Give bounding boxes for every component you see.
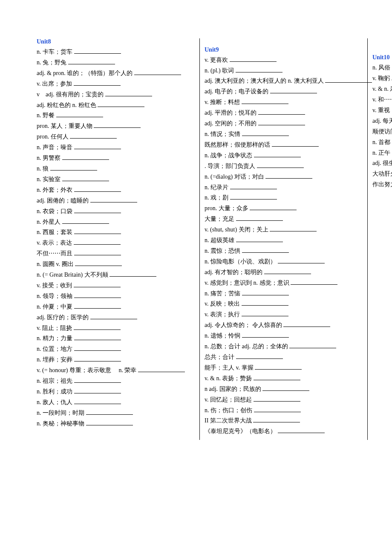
answer-blank[interactable]: [70, 132, 117, 139]
answer-blank[interactable]: [264, 268, 311, 274]
answer-blank[interactable]: [90, 313, 137, 319]
answer-blank[interactable]: [74, 334, 121, 340]
answer-blank[interactable]: [254, 374, 300, 380]
answer-blank[interactable]: [283, 321, 330, 327]
answer-blank[interactable]: [74, 376, 121, 383]
definition: 表演；执行: [210, 311, 240, 318]
definition: 战争；战争状态: [210, 152, 252, 159]
answer-blank[interactable]: [254, 406, 301, 412]
vocab-entry: n. (= Great Britain) 大不列颠: [37, 270, 194, 280]
answer-blank[interactable]: [62, 153, 109, 160]
answer-blank[interactable]: [74, 324, 121, 330]
answer-blank[interactable]: [253, 416, 300, 422]
definition: 很生气；疯的: [383, 160, 392, 166]
answer-blank[interactable]: [242, 331, 289, 338]
answer-blank[interactable]: [265, 172, 312, 179]
definition: 祖宗；祖先: [43, 378, 72, 384]
answer-blank[interactable]: [236, 214, 283, 221]
answer-blank[interactable]: [325, 76, 372, 83]
answer-blank[interactable]: [74, 302, 121, 309]
vocab-entry: 顺便访问；随便进入: [372, 127, 392, 137]
definition: 重视；珍视 n. 价值: [378, 107, 392, 113]
answer-blank[interactable]: [74, 344, 121, 351]
definition: 卡车；货车: [43, 49, 72, 55]
answer-blank[interactable]: [94, 121, 141, 128]
answer-blank[interactable]: [62, 217, 109, 224]
answer-blank[interactable]: [254, 151, 301, 157]
definition: 表扬；赞扬: [222, 375, 252, 382]
vocab-entry: . 导演；部门负责人: [205, 161, 362, 172]
answer-blank[interactable]: [110, 270, 156, 277]
vocab-entry: v. 回忆起；回想起: [205, 395, 362, 405]
answer-blank[interactable]: [75, 260, 122, 266]
answer-blank[interactable]: [74, 143, 121, 149]
answer-blank[interactable]: [50, 164, 97, 171]
vocab-entry: n. 战争；战争状态: [205, 150, 362, 161]
answer-blank[interactable]: [236, 236, 283, 242]
vocab-entry: n. 位置；地方: [37, 344, 194, 355]
part-of-speech: n.: [37, 59, 41, 66]
answer-blank[interactable]: [68, 58, 115, 64]
definition: 回忆起；回想起: [210, 396, 252, 403]
answer-blank[interactable]: [289, 342, 336, 348]
answer-blank[interactable]: [105, 90, 152, 96]
vocab-entry: 既然那样；假使那样的话: [205, 140, 362, 150]
answer-blank[interactable]: [86, 419, 133, 425]
answer-blank[interactable]: [242, 130, 289, 136]
vocab-entry: v. & n. 亲吻；接吻: [372, 84, 392, 95]
answer-blank[interactable]: [236, 66, 282, 72]
answer-blank[interactable]: [270, 225, 317, 231]
answer-blank[interactable]: [56, 111, 103, 117]
answer-blank[interactable]: [291, 278, 337, 285]
answer-blank[interactable]: [74, 207, 121, 213]
vocab-entry: n. 风俗；习俗: [372, 63, 392, 73]
answer-blank[interactable]: [258, 108, 305, 115]
answer-blank[interactable]: [230, 55, 277, 62]
answer-blank[interactable]: [74, 228, 121, 234]
answer-blank[interactable]: [242, 299, 288, 306]
part-of-speech: v.: [37, 240, 41, 246]
answer-blank[interactable]: [254, 395, 300, 402]
answer-blank[interactable]: [74, 185, 121, 192]
answer-blank[interactable]: [74, 79, 121, 86]
answer-blank[interactable]: [74, 387, 121, 393]
answer-blank[interactable]: [270, 87, 317, 93]
answer-blank[interactable]: [74, 355, 121, 361]
answer-blank[interactable]: [74, 47, 121, 54]
answer-blank[interactable]: [74, 398, 121, 404]
answer-blank[interactable]: [74, 292, 121, 298]
answer-blank[interactable]: [230, 183, 277, 189]
answer-blank[interactable]: [258, 119, 305, 125]
vocab-entry: n. 震惊；恐惧: [205, 246, 362, 257]
vocab-entry: 《泰坦尼克号》（电影名）: [205, 426, 362, 437]
answer-blank[interactable]: [257, 162, 304, 168]
answer-blank[interactable]: [138, 366, 185, 372]
answer-blank[interactable]: [74, 238, 121, 245]
answer-blank[interactable]: [74, 281, 121, 287]
answer-blank[interactable]: [86, 408, 133, 415]
answer-blank[interactable]: [90, 196, 137, 202]
answer-blank[interactable]: [230, 193, 277, 199]
vocab-entry: v. & n. 表扬；赞扬: [205, 373, 362, 384]
answer-blank[interactable]: [74, 249, 121, 255]
answer-blank[interactable]: [236, 353, 283, 359]
part-of-speech: adj.: [205, 322, 213, 328]
answer-blank[interactable]: [242, 98, 288, 104]
answer-blank[interactable]: [242, 289, 289, 295]
answer-blank[interactable]: [242, 246, 289, 253]
vocab-entry: n. 伤；伤口；创伤: [205, 405, 362, 416]
answer-blank[interactable]: [250, 204, 297, 210]
answer-blank[interactable]: [278, 257, 325, 263]
answer-blank[interactable]: [98, 101, 144, 107]
answer-blank[interactable]: [134, 69, 181, 75]
part-of-speech: n.: [205, 194, 209, 201]
part-of-speech: v.: [205, 280, 209, 286]
part-of-speech: n.: [37, 304, 41, 310]
answer-blank[interactable]: [278, 427, 325, 433]
answer-blank[interactable]: [62, 175, 109, 181]
answer-blank[interactable]: [272, 140, 319, 147]
answer-blank[interactable]: [255, 363, 302, 370]
answer-blank[interactable]: [262, 384, 309, 391]
part-of-speech: n.: [205, 343, 209, 350]
answer-blank[interactable]: [242, 310, 288, 316]
